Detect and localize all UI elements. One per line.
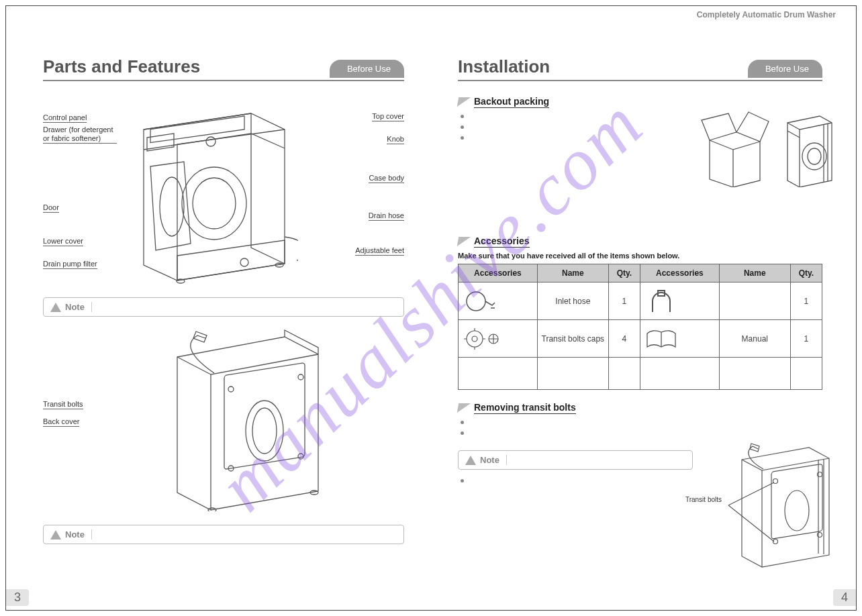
cell-inlet-hose-qty: 1 <box>608 283 640 320</box>
page-number-right: 4 <box>833 589 856 606</box>
warning-icon <box>50 303 61 312</box>
accessories-intro: Make sure that you have received all of … <box>458 252 822 260</box>
washer-back-illustration <box>150 323 338 511</box>
cell-caps-icon <box>459 320 538 358</box>
cell-caps-name: Transit bolts caps <box>537 320 608 358</box>
before-use-badge-2: Before Use <box>748 60 822 78</box>
subhead-removing-bolts: Removing transit bolts <box>458 402 822 414</box>
svg-point-17 <box>802 143 826 170</box>
th-qty-2: Qty. <box>790 264 822 283</box>
th-accessories-1: Accessories <box>459 264 538 283</box>
note-label-3: Note <box>480 455 507 465</box>
callout-transit-bolts: Transit bolts <box>43 400 83 409</box>
callout-adjustable-feet: Adjustable feet <box>355 246 404 256</box>
removing-bolts-label: Removing transit bolts <box>474 402 576 414</box>
callout-drain-pump-filter: Drain pump filter <box>43 260 97 269</box>
triangle-icon <box>457 97 471 107</box>
accessories-table: Accessories Name Qty. Accessories Name Q… <box>458 264 822 390</box>
svg-point-22 <box>472 336 477 342</box>
washer-small-icon <box>782 113 836 187</box>
before-use-badge: Before Use <box>330 60 404 78</box>
cell-manual-name: Manual <box>719 320 790 358</box>
warning-icon <box>465 456 476 465</box>
svg-point-21 <box>467 331 483 347</box>
cell-manual-icon <box>640 320 719 358</box>
svg-point-3 <box>193 178 236 229</box>
svg-point-5 <box>240 258 248 266</box>
accessories-label: Accessories <box>474 236 530 248</box>
callout-back-cover: Back cover <box>43 417 79 427</box>
unpacking-illustration <box>696 107 836 187</box>
backout-packing-label: Backout packing <box>474 96 549 108</box>
callout-case-body: Case body <box>369 174 404 183</box>
callout-door: Door <box>43 203 59 213</box>
th-name-1: Name <box>537 264 608 283</box>
note-box-3: Note <box>458 450 693 470</box>
th-qty-1: Qty. <box>608 264 640 283</box>
callout-control-panel: Control panel <box>43 113 87 123</box>
cell-manual-qty: 1 <box>790 320 822 358</box>
svg-point-10 <box>252 408 277 454</box>
triangle-icon <box>457 403 471 413</box>
callout-top-cover: Top cover <box>372 112 404 121</box>
cell-wrench-name <box>719 283 790 320</box>
page-number-left: 3 <box>6 589 29 606</box>
callout-lower-cover: Lower cover <box>43 237 83 246</box>
svg-rect-0 <box>150 116 244 143</box>
callout-drawer: Drawer (for detergent or fabric softener… <box>43 125 117 144</box>
manual-spread: Parts and Features Before Use <box>5 5 857 611</box>
parts-features-title: Parts and Features <box>43 56 200 80</box>
left-page: Parts and Features Before Use <box>6 6 431 610</box>
cell-inlet-hose-name: Inlet hose <box>537 283 608 320</box>
table-row-empty <box>459 358 822 390</box>
cell-wrench-icon <box>640 283 719 320</box>
svg-point-9 <box>246 401 283 461</box>
right-page: Completely Automatic Drum Washer Install… <box>431 6 856 610</box>
warning-icon <box>50 530 61 540</box>
right-section-header: Installation Before Use <box>458 56 822 81</box>
cell-wrench-qty: 1 <box>790 283 822 320</box>
installation-title: Installation <box>458 56 550 80</box>
callout-drain-hose: Drain hose <box>369 211 404 221</box>
triangle-icon <box>457 237 471 246</box>
svg-point-25 <box>785 491 809 531</box>
washer-front-illustration <box>110 109 298 284</box>
svg-point-12 <box>298 374 303 380</box>
subhead-accessories: Accessories <box>458 236 822 248</box>
transit-bolts-callout: Transit bolts <box>685 496 722 503</box>
washer-back-diagram: Transit bolts Back cover <box>43 323 404 518</box>
table-row: Inlet hose 1 1 <box>459 283 822 320</box>
note-box-1: Note <box>43 297 404 317</box>
svg-point-19 <box>467 292 485 311</box>
cell-caps-qty: 4 <box>608 320 640 358</box>
callout-knob: Knob <box>387 135 404 144</box>
washer-front-diagram: Control panel Drawer (for detergent or f… <box>43 96 404 291</box>
table-row: Transit bolts caps 4 Manual 1 <box>459 320 822 358</box>
cell-inlet-hose-icon <box>459 283 538 320</box>
left-section-header: Parts and Features Before Use <box>43 56 404 81</box>
svg-point-1 <box>206 137 216 146</box>
removing-bullets <box>469 418 822 440</box>
document-title: Completely Automatic Drum Washer <box>697 10 836 19</box>
svg-point-11 <box>228 387 234 392</box>
svg-point-4 <box>160 177 184 236</box>
svg-point-14 <box>298 454 303 459</box>
back-washer-small <box>722 441 836 568</box>
svg-rect-24 <box>771 464 822 539</box>
box-icon <box>696 107 770 187</box>
note-label-2: Note <box>65 529 92 540</box>
th-name-2: Name <box>719 264 790 283</box>
svg-point-18 <box>808 148 821 164</box>
th-accessories-2: Accessories <box>640 264 719 283</box>
note-box-2: Note <box>43 525 404 544</box>
note-label-1: Note <box>65 302 92 312</box>
